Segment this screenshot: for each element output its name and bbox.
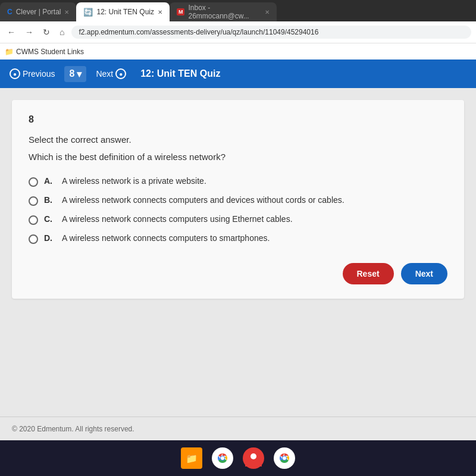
gmail-icon: M: [177, 8, 185, 15]
tab-quiz[interactable]: 🔄 12: Unit TEN Quiz ✕: [76, 2, 169, 21]
chevron-down-icon: ▾: [77, 68, 82, 80]
text-b: A wireless network connects computers an…: [62, 195, 345, 205]
next-icon: ●: [115, 68, 126, 79]
svg-point-7: [283, 456, 286, 460]
clever-icon: C: [7, 8, 12, 16]
question-selector[interactable]: 8 ▾: [64, 66, 86, 82]
radio-b[interactable]: [29, 196, 38, 206]
letter-b: B.: [44, 195, 56, 205]
next-label: Next: [96, 69, 113, 79]
quiz-title: 12: Unit TEN Quiz: [140, 68, 220, 79]
svg-point-3: [245, 458, 262, 466]
tab-bar: C Clever | Portal ✕ 🔄 12: Unit TEN Quiz …: [0, 0, 476, 21]
radio-a[interactable]: [29, 177, 38, 187]
text-c: A wireless network connects computers us…: [62, 214, 293, 224]
address-input[interactable]: [71, 26, 471, 39]
main-content: 8 Select the correct answer. Which is th…: [0, 88, 476, 416]
button-row: Reset Next: [29, 263, 447, 284]
tab-quiz-label: 12: Unit TEN Quiz: [96, 8, 154, 16]
option-c[interactable]: C. A wireless network connects computers…: [29, 214, 447, 225]
tab-clever-label: Clever | Portal: [16, 8, 61, 16]
previous-label: Previous: [23, 69, 55, 79]
answer-options: A. A wireless network is a private websi…: [29, 176, 447, 244]
forward-button[interactable]: →: [23, 26, 36, 38]
question-text: Which is the best definition of a wirele…: [29, 152, 447, 162]
taskbar-chrome-icon[interactable]: [212, 447, 233, 469]
text-a: A wireless network is a private website.: [62, 176, 206, 186]
next-button[interactable]: Next: [401, 263, 447, 284]
letter-c: C.: [44, 214, 56, 224]
bookmarks-label[interactable]: CWMS Student Links: [16, 48, 84, 56]
tab-clever-close[interactable]: ✕: [64, 9, 69, 15]
question-instruction: Select the correct answer.: [29, 134, 447, 145]
tab-gmail-label: Inbox - 26mmocann@cw...: [188, 4, 261, 20]
browser-chrome: C Clever | Portal ✕ 🔄 12: Unit TEN Quiz …: [0, 0, 476, 60]
radio-d[interactable]: [29, 234, 38, 244]
taskbar: 📁: [0, 440, 476, 476]
tab-gmail-close[interactable]: ✕: [265, 9, 270, 15]
taskbar-files-icon[interactable]: 📁: [181, 447, 202, 469]
previous-button[interactable]: ● Previous: [10, 68, 55, 79]
taskbar-person-icon[interactable]: [243, 447, 264, 469]
letter-a: A.: [44, 176, 56, 186]
quiz-tab-icon: 🔄: [83, 8, 93, 17]
svg-point-2: [221, 456, 224, 460]
letter-d: D.: [44, 233, 56, 243]
option-d[interactable]: D. A wireless network connects computers…: [29, 233, 447, 244]
next-button-toolbar[interactable]: Next ●: [96, 68, 126, 79]
question-number-display: 8: [69, 68, 74, 79]
tab-quiz-close[interactable]: ✕: [158, 9, 162, 15]
address-bar: ← → ↻ ⌂: [0, 21, 476, 43]
refresh-button[interactable]: ↻: [40, 26, 52, 38]
radio-c[interactable]: [29, 215, 38, 225]
option-b[interactable]: B. A wireless network connects computers…: [29, 195, 447, 206]
home-button[interactable]: ⌂: [57, 26, 67, 38]
tab-gmail[interactable]: M Inbox - 26mmocann@cw... ✕: [170, 2, 277, 21]
reset-button[interactable]: Reset: [343, 263, 394, 284]
text-d: A wireless network connects computers to…: [62, 233, 270, 243]
copyright-text: © 2020 Edmentum. All rights reserved.: [12, 425, 134, 433]
previous-icon: ●: [10, 68, 20, 79]
footer: © 2020 Edmentum. All rights reserved.: [0, 416, 476, 440]
option-a[interactable]: A. A wireless network is a private websi…: [29, 176, 447, 187]
back-button[interactable]: ←: [5, 26, 18, 38]
svg-point-4: [250, 453, 256, 459]
question-number: 8: [29, 114, 447, 125]
tab-clever[interactable]: C Clever | Portal ✕: [0, 2, 76, 21]
folder-icon: 📁: [5, 48, 14, 56]
question-card: 8 Select the correct answer. Which is th…: [12, 100, 464, 299]
bookmarks-bar: 📁 CWMS Student Links: [0, 43, 476, 60]
quiz-toolbar: ● Previous 8 ▾ Next ● 12: Unit TEN Quiz: [0, 60, 476, 88]
taskbar-chrome2-icon[interactable]: [274, 447, 295, 469]
